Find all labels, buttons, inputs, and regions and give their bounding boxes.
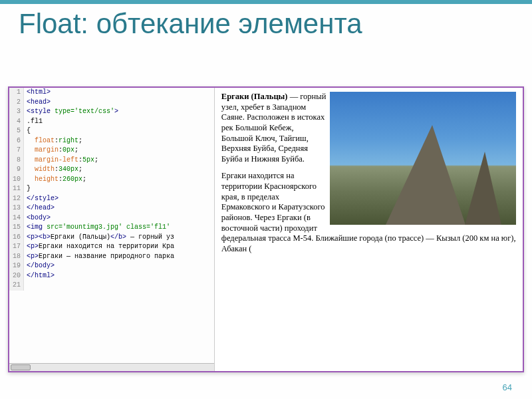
line-number: 10 bbox=[9, 175, 24, 185]
code-line: 15<img src='mountimg3.jpg' class='fl1' bbox=[9, 223, 214, 233]
code-line: 2<head> bbox=[9, 98, 214, 108]
line-number: 21 bbox=[9, 281, 24, 291]
code-text bbox=[24, 281, 27, 291]
code-text: </html> bbox=[24, 271, 55, 281]
line-number: 12 bbox=[9, 194, 24, 204]
preview-bold-title: Ергаки (Пальцы) bbox=[221, 92, 288, 101]
code-line: 12</style> bbox=[9, 194, 214, 204]
code-line: 7 margin:0px; bbox=[9, 146, 214, 156]
line-number: 2 bbox=[9, 98, 24, 108]
code-line: 18<p>Ергаки — название природного парка bbox=[9, 252, 214, 262]
code-line: 13</head> bbox=[9, 203, 214, 213]
line-number: 7 bbox=[9, 146, 24, 156]
code-text: <head> bbox=[24, 98, 51, 108]
line-number: 8 bbox=[9, 156, 24, 166]
code-text: { bbox=[24, 126, 31, 136]
code-line: 4.fl1 bbox=[9, 117, 214, 127]
code-text: <body> bbox=[24, 213, 51, 223]
line-number: 4 bbox=[9, 117, 24, 127]
code-text: <p>Ергаки находится на территории Кра bbox=[24, 242, 174, 252]
browser-preview-panel: Ергаки (Пальцы) — горный узел, хребет в … bbox=[215, 88, 523, 371]
code-line: 21 bbox=[9, 281, 214, 291]
scroll-thumb[interactable] bbox=[11, 364, 31, 370]
code-editor-panel: 1<html>2<head>3<style type='text/css'>4.… bbox=[9, 88, 215, 371]
slide-title: Float: обтекание элемента bbox=[0, 0, 532, 39]
code-text: .fl1 bbox=[24, 117, 43, 127]
code-line: 9 width:340px; bbox=[9, 165, 214, 175]
code-text: <html> bbox=[24, 88, 51, 98]
code-line: 11} bbox=[9, 184, 214, 194]
example-container: 1<html>2<head>3<style type='text/css'>4.… bbox=[8, 86, 524, 372]
line-number: 3 bbox=[9, 107, 24, 117]
code-text: <p>Ергаки — название природного парка bbox=[24, 252, 174, 262]
code-text: </style> bbox=[24, 194, 59, 204]
line-number: 5 bbox=[9, 126, 24, 136]
line-number: 1 bbox=[9, 88, 24, 98]
line-number: 6 bbox=[9, 136, 24, 146]
code-text: margin:0px; bbox=[24, 146, 78, 156]
code-text: <p><b>Ергаки (Пальцы)</b> — горный уз bbox=[24, 233, 174, 243]
code-line: 20</html> bbox=[9, 271, 214, 281]
code-line: 16<p><b>Ергаки (Пальцы)</b> — горный уз bbox=[9, 233, 214, 243]
code-line: 8 margin-left:5px; bbox=[9, 156, 214, 166]
code-text: width:340px; bbox=[24, 165, 82, 175]
line-number: 9 bbox=[9, 165, 24, 175]
code-text: } bbox=[24, 184, 31, 194]
page-number: 64 bbox=[503, 382, 512, 392]
line-number: 11 bbox=[9, 184, 24, 194]
code-line: 3<style type='text/css'> bbox=[9, 107, 214, 117]
code-text: float:right; bbox=[24, 136, 82, 146]
code-text: height:260px; bbox=[24, 175, 86, 185]
line-number: 14 bbox=[9, 213, 24, 223]
code-text: </head> bbox=[24, 203, 55, 213]
code-text: <style type='text/css'> bbox=[24, 107, 118, 117]
preview-p1-text: — горный узел, хребет в Западном Саяне. … bbox=[221, 92, 327, 164]
code-line: 10 height:260px; bbox=[9, 175, 214, 185]
code-line: 1<html> bbox=[9, 88, 214, 98]
code-text: </body> bbox=[24, 261, 55, 271]
code-line: 6 float:right; bbox=[9, 136, 214, 146]
line-number: 19 bbox=[9, 261, 24, 271]
code-text: <img src='mountimg3.jpg' class='fl1' bbox=[24, 223, 170, 233]
line-number: 15 bbox=[9, 223, 24, 233]
code-line: 14<body> bbox=[9, 213, 214, 223]
line-number: 16 bbox=[9, 233, 24, 243]
mountain-image bbox=[330, 92, 516, 225]
code-line: 17<p>Ергаки находится на территории Кра bbox=[9, 242, 214, 252]
line-number: 17 bbox=[9, 242, 24, 252]
code-line: 5{ bbox=[9, 126, 214, 136]
line-number: 13 bbox=[9, 203, 24, 213]
horizontal-scrollbar[interactable] bbox=[9, 363, 214, 371]
code-line: 19</body> bbox=[9, 261, 214, 271]
line-number: 18 bbox=[9, 252, 24, 262]
code-text: margin-left:5px; bbox=[24, 156, 98, 166]
line-number: 20 bbox=[9, 271, 24, 281]
